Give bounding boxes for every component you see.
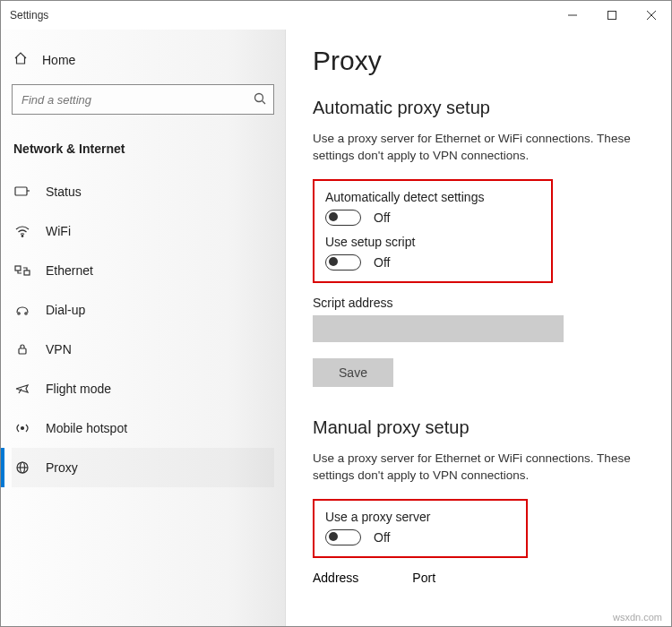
manual-desc: Use a proxy server for Ethernet or WiFi …	[313, 451, 644, 485]
manual-heading: Manual proxy setup	[313, 417, 644, 438]
sidebar: Home Network & Internet Status WiFi Ethe…	[1, 30, 286, 626]
svg-point-4	[255, 93, 263, 101]
sidebar-item-label: Mobile hotspot	[46, 421, 127, 435]
svg-point-12	[25, 313, 27, 314]
svg-rect-10	[24, 271, 30, 275]
hotspot-icon	[13, 422, 31, 434]
svg-rect-9	[15, 266, 21, 271]
address-label: Address	[313, 571, 358, 585]
status-icon	[13, 185, 31, 198]
svg-point-11	[18, 313, 20, 314]
ethernet-icon	[13, 264, 31, 277]
main-content: Proxy Automatic proxy setup Use a proxy …	[286, 30, 671, 626]
sidebar-section-title: Network & Internet	[13, 142, 274, 156]
sidebar-item-label: Status	[46, 185, 82, 199]
auto-highlight-box: Automatically detect settings Off Use se…	[313, 179, 553, 283]
sidebar-item-vpn[interactable]: VPN	[12, 330, 274, 369]
dialup-icon	[13, 304, 31, 316]
save-button[interactable]: Save	[313, 358, 393, 387]
search-box[interactable]	[12, 84, 274, 115]
port-label: Port	[412, 571, 435, 585]
auto-desc: Use a proxy server for Ethernet or WiFi …	[313, 131, 644, 165]
sidebar-item-hotspot[interactable]: Mobile hotspot	[12, 408, 274, 448]
script-state: Off	[374, 255, 390, 270]
use-proxy-label: Use a proxy server	[325, 510, 515, 524]
airplane-icon	[13, 382, 31, 395]
auto-heading: Automatic proxy setup	[313, 98, 644, 118]
home-label: Home	[42, 53, 75, 67]
svg-rect-13	[19, 348, 26, 354]
use-proxy-state: Off	[374, 530, 390, 545]
manual-highlight-box: Use a proxy server Off	[313, 499, 528, 558]
sidebar-item-dialup[interactable]: Dial-up	[12, 290, 274, 330]
sidebar-item-proxy[interactable]: Proxy	[12, 448, 274, 487]
page-title: Proxy	[313, 46, 644, 76]
close-button[interactable]	[632, 1, 671, 30]
sidebar-item-ethernet[interactable]: Ethernet	[12, 251, 274, 290]
sidebar-item-label: Ethernet	[46, 263, 93, 278]
search-input[interactable]	[20, 92, 254, 107]
watermark: wsxdn.com	[613, 612, 662, 623]
svg-rect-1	[608, 12, 616, 20]
svg-rect-6	[15, 187, 27, 195]
globe-icon	[13, 461, 31, 474]
wifi-icon	[13, 225, 31, 237]
svg-point-8	[22, 236, 23, 237]
maximize-button[interactable]	[592, 1, 632, 30]
sidebar-item-status[interactable]: Status	[12, 172, 274, 211]
use-proxy-toggle[interactable]	[325, 529, 361, 545]
home-link[interactable]: Home	[12, 46, 274, 73]
titlebar: Settings	[1, 1, 671, 30]
sidebar-item-flightmode[interactable]: Flight mode	[12, 369, 274, 408]
script-toggle[interactable]	[325, 254, 361, 271]
sidebar-item-wifi[interactable]: WiFi	[12, 211, 274, 251]
script-address-input[interactable]	[313, 315, 564, 342]
sidebar-item-label: Flight mode	[46, 382, 111, 396]
sidebar-item-label: VPN	[46, 342, 72, 356]
detect-label: Automatically detect settings	[325, 190, 540, 204]
vpn-icon	[13, 343, 31, 356]
svg-line-5	[263, 100, 266, 104]
sidebar-item-label: Dial-up	[46, 303, 85, 317]
window-controls	[553, 1, 671, 30]
detect-toggle[interactable]	[325, 210, 361, 226]
search-icon	[254, 92, 266, 107]
minimize-button[interactable]	[553, 1, 592, 30]
script-address-label: Script address	[313, 296, 644, 310]
script-label: Use setup script	[325, 235, 540, 249]
svg-point-14	[22, 427, 24, 430]
home-icon	[13, 51, 30, 68]
nav-list: Status WiFi Ethernet Dial-up VPN Flight …	[12, 172, 274, 487]
sidebar-item-label: WiFi	[46, 224, 71, 238]
sidebar-item-label: Proxy	[46, 460, 78, 475]
window-title: Settings	[10, 9, 553, 21]
detect-state: Off	[374, 210, 390, 225]
